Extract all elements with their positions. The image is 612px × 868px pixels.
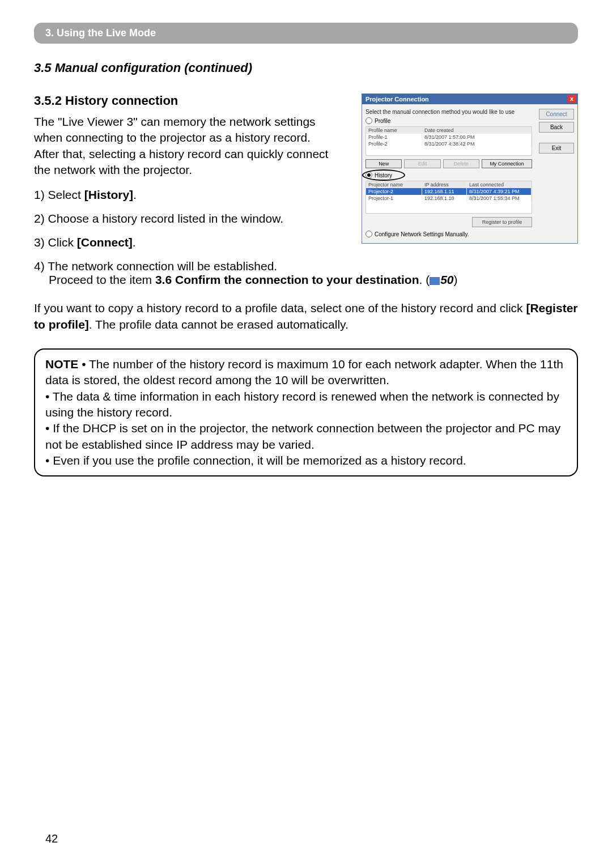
step-4-line2-suffix: . ( bbox=[419, 273, 430, 286]
note-bullet-3: • If the DHCP is set on in the projector… bbox=[45, 422, 560, 450]
page: 3. Using the Live Mode 3.5 Manual config… bbox=[0, 0, 612, 868]
note-bullet-2: • The data & time information in each hi… bbox=[45, 390, 559, 419]
edit-button[interactable]: Edit bbox=[404, 159, 440, 168]
radio-profile[interactable]: Profile bbox=[366, 117, 532, 124]
table-row[interactable]: Profile-2 8/31/2007 4:38:42 PM bbox=[366, 141, 532, 147]
screenshot: Projector Connection x Select the manual… bbox=[362, 93, 578, 244]
step-1-suffix: . bbox=[133, 188, 137, 201]
table-row[interactable]: Projector-2 192.168.1.11 8/31/2007 4:39:… bbox=[366, 188, 532, 195]
dialog-side-buttons: Connect Back Exit bbox=[536, 104, 577, 243]
step-1-bold: [History] bbox=[84, 188, 133, 201]
subsection-title: 3.5.2 History connection bbox=[34, 93, 334, 108]
radio-profile-label: Profile bbox=[375, 118, 390, 124]
profile-table: Profile name Date created Profile-1 8/31… bbox=[366, 126, 532, 168]
step-3-prefix: 3) Click bbox=[34, 236, 77, 249]
new-button[interactable]: New bbox=[366, 159, 402, 168]
dialog-titlebar: Projector Connection x bbox=[362, 94, 577, 104]
note-box: NOTE • The number of the history record … bbox=[34, 348, 578, 476]
manual-ref-icon bbox=[430, 277, 440, 285]
copy-paragraph-suffix: . The profile data cannot be erased auto… bbox=[89, 318, 348, 331]
intro-paragraph: The "Live Viewer 3" can memory the netwo… bbox=[34, 114, 334, 178]
step-4-line2-prefix: Proceed to the item bbox=[49, 273, 155, 286]
profile-toolbar: New Edit Delete My Connection bbox=[366, 159, 532, 168]
history-callout-oval bbox=[362, 169, 405, 181]
radio-manual-label: Configure Network Settings Manually. bbox=[375, 231, 469, 237]
ref-page-number: 50 bbox=[440, 273, 453, 286]
step-1: 1) Select [History]. bbox=[34, 188, 334, 202]
step-3-suffix: . bbox=[133, 236, 136, 249]
radio-icon bbox=[366, 231, 372, 237]
copy-paragraph-prefix: If you want to copy a history record to … bbox=[34, 301, 526, 314]
step-4-line2-bold: 3.6 Confirm the connection to your desti… bbox=[155, 273, 419, 286]
step-2: 2) Choose a history record listed in the… bbox=[34, 212, 334, 225]
step-4-line1: 4) The network connection will be establ… bbox=[34, 259, 578, 273]
dialog-title-text: Projector Connection bbox=[366, 96, 429, 103]
col-last-connected: Last connected bbox=[467, 181, 532, 188]
table-row[interactable]: Projector-1 192.168.1.10 8/31/2007 1:55:… bbox=[366, 195, 532, 202]
exit-button[interactable]: Exit bbox=[539, 143, 574, 154]
content-two-column: 3.5.2 History connection The "Live Viewe… bbox=[34, 93, 578, 225]
my-connection-button[interactable]: My Connection bbox=[482, 159, 532, 168]
dialog-instruction: Select the manual connection method you … bbox=[366, 109, 532, 115]
table-row[interactable]: Profile-1 8/31/2007 1:57:00 PM bbox=[366, 134, 532, 141]
register-to-profile-button[interactable]: Register to profile bbox=[472, 217, 532, 227]
step-4: 4) The network connection will be establ… bbox=[34, 259, 578, 287]
chapter-bar: 3. Using the Live Mode bbox=[34, 23, 578, 44]
delete-button[interactable]: Delete bbox=[443, 159, 479, 168]
col-ip-address: IP address bbox=[422, 181, 467, 188]
projector-connection-dialog: Projector Connection x Select the manual… bbox=[362, 93, 578, 244]
close-icon[interactable]: x bbox=[567, 95, 576, 103]
radio-icon bbox=[366, 117, 372, 124]
col-date-created: Date created bbox=[422, 127, 532, 134]
col-projector-name: Projector name bbox=[366, 181, 422, 188]
page-number: 42 bbox=[45, 832, 58, 845]
back-button[interactable]: Back bbox=[539, 122, 574, 133]
section-title: 3.5 Manual configuration (continued) bbox=[34, 61, 578, 75]
radio-manual[interactable]: Configure Network Settings Manually. bbox=[366, 231, 532, 237]
step-1-prefix: 1) Select bbox=[34, 188, 84, 201]
note-bullet-1: • The number of the history record is ma… bbox=[45, 358, 563, 386]
step-4-close: ) bbox=[454, 273, 458, 286]
note-bullet-4: • Even if you use the profile connection… bbox=[45, 454, 466, 467]
note-label: NOTE bbox=[45, 358, 78, 371]
step-3-bold: [Connect] bbox=[77, 236, 133, 249]
history-table: Projector name IP address Last connected… bbox=[366, 181, 532, 214]
connect-button[interactable]: Connect bbox=[539, 109, 574, 120]
copy-paragraph: If you want to copy a history record to … bbox=[34, 300, 578, 333]
col-profile-name: Profile name bbox=[366, 127, 422, 134]
